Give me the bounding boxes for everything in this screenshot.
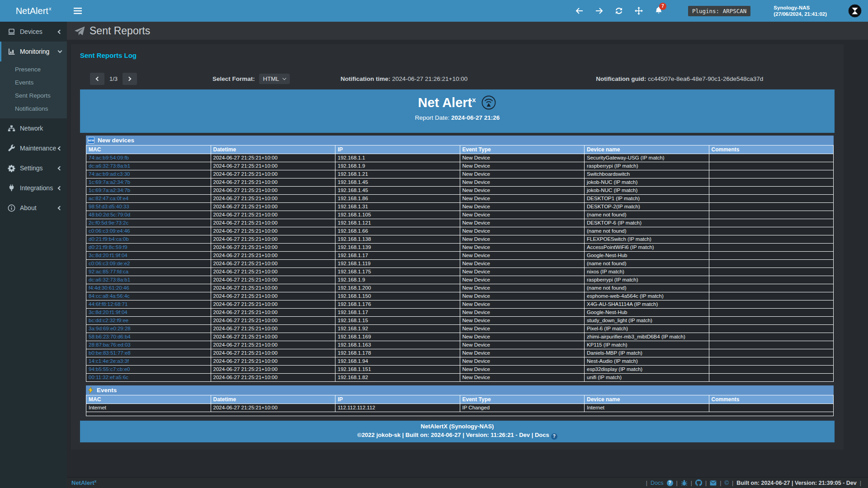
table-cell[interactable]: c0:06:c3:09:e4:46 — [86, 227, 211, 235]
mac-address-link[interactable]: dc:a6:32:73:8a:b1 — [89, 277, 130, 282]
table-cell[interactable]: f4:4d:30:61:20:46 — [86, 284, 211, 292]
mac-address-link[interactable]: 2c:f0:5d:9e:73:2c — [89, 220, 128, 225]
mac-address-link[interactable]: 1c:69:7a:a2:34:7b — [89, 188, 130, 193]
table-cell[interactable]: 44:6f:f8:12:68:71 — [86, 300, 211, 309]
mac-address-link[interactable]: ac:82:47:ca:0f:e4 — [89, 196, 128, 201]
table-cell[interactable]: 58:b6:23:70:d6:b4 — [86, 333, 211, 341]
mac-address-link[interactable]: 3a:9d:69:e0:29:28 — [89, 326, 131, 331]
table-cell[interactable]: ac:82:47:ca:0f:e4 — [86, 195, 211, 203]
mac-address-link[interactable]: 44:6f:f8:12:68:71 — [89, 301, 127, 307]
table-cell[interactable]: 3a:9d:69:e0:29:28 — [86, 325, 211, 333]
copyright-icon[interactable]: © — [725, 479, 729, 486]
refresh-button[interactable] — [615, 7, 623, 14]
table-cell: 2024-06-27 21:25:21+10:00 — [211, 219, 335, 227]
sidebar-item-maintenance[interactable]: Maintenance — [0, 138, 67, 158]
table-cell[interactable]: d0:21:f9:8c:59:f9 — [86, 244, 211, 252]
mac-address-link[interactable]: d0:21:f9:8c:59:f9 — [89, 244, 127, 250]
sidebar-toggle-button[interactable] — [67, 0, 89, 22]
question-circle-icon[interactable]: ? — [667, 480, 673, 486]
table-cell[interactable]: 74:ac:b9:54:09:fb — [86, 154, 211, 162]
table-cell[interactable]: 98:5f:d3:d5:40:33 — [86, 203, 211, 211]
table-cell[interactable]: b0:be:83:51:77:e8 — [86, 349, 211, 357]
mac-address-link[interactable]: c0:06:c3:09:de:e2 — [89, 261, 130, 266]
bug-report-link[interactable] — [681, 479, 688, 486]
github-link[interactable] — [695, 479, 702, 486]
sidebar-item-sent-reports[interactable]: Sent Reports — [0, 89, 67, 102]
mac-address-link[interactable]: 28:87:ba:76:ed:03 — [89, 342, 131, 347]
docs-link[interactable]: Docs — [651, 480, 663, 486]
mac-address-link[interactable]: b0:be:83:51:77:e8 — [89, 350, 131, 356]
table-cell: 112.112.112.112 — [335, 404, 460, 412]
table-cell[interactable]: 1c:69:7a:a2:34:7b — [86, 178, 211, 187]
table-cell[interactable]: c0:06:c3:09:de:e2 — [86, 260, 211, 268]
table-cell: 2024-06-27 21:25:21+10:00 — [211, 292, 335, 300]
sidebar-item-network[interactable]: Network — [0, 118, 67, 138]
next-page-button[interactable] — [123, 73, 137, 85]
mac-address-link[interactable]: 48:b0:2d:5c:79:0d — [89, 212, 130, 217]
table-cell[interactable]: 74:ac:b9:ad:c3:30 — [86, 170, 211, 178]
table-cell[interactable]: 2c:f0:5d:9e:73:2c — [86, 219, 211, 227]
mac-address-link[interactable]: 1c:69:7a:a2:34:7b — [89, 179, 130, 185]
plugins-status-badge[interactable]: Plugins: ARPSCAN — [688, 6, 750, 16]
table-cell[interactable]: 3c:8d:20:f1:9f:04 — [86, 252, 211, 260]
chevron-left-icon — [58, 166, 62, 170]
table-gap — [86, 382, 834, 385]
mac-address-link[interactable]: 3c:8d:20:f1:9f:04 — [89, 310, 127, 315]
mac-address-link[interactable]: 58:b6:23:70:d6:b4 — [89, 334, 131, 339]
app-logo[interactable]: NetAlertx — [0, 0, 67, 22]
table-cell[interactable]: 3c:8d:20:f1:9f:04 — [86, 309, 211, 317]
mac-address-link[interactable]: f4:4d:30:61:20:46 — [89, 285, 129, 291]
mac-address-link[interactable]: 84:cc:a8:4a:56:4c — [89, 293, 130, 299]
table-cell[interactable]: 00:11:32:ef:a5:6c — [86, 374, 211, 382]
sidebar-item-events[interactable]: Events — [0, 76, 67, 89]
mac-address-link[interactable]: bc:dd:c2:32:f9:ee — [89, 318, 128, 323]
table-cell[interactable]: 92:ac:85:77:fd:ca — [86, 268, 211, 276]
mac-address-link[interactable]: 3c:8d:20:f1:9f:04 — [89, 253, 127, 258]
table-row: 84:cc:a8:4a:56:4c2024-06-27 21:25:21+10:… — [86, 292, 834, 300]
table-cell[interactable]: 48:b0:2d:5c:79:0d — [86, 211, 211, 219]
notifications-bell-button[interactable]: 7 — [655, 6, 662, 16]
mac-address-link[interactable]: 74:ac:b9:ad:c3:30 — [89, 171, 130, 177]
format-select[interactable]: HTML — [259, 74, 290, 84]
mac-address-link[interactable]: 94:b5:55:c7:cb:e0 — [89, 366, 130, 372]
footer-links: | Docs ? | | | — [646, 479, 861, 486]
sidebar-item-integrations[interactable]: Integrations — [0, 178, 67, 198]
sidebar-item-settings[interactable]: Settings — [0, 158, 67, 178]
mac-address-link[interactable]: c0:06:c3:09:e4:46 — [89, 228, 130, 234]
forward-button[interactable] — [595, 8, 603, 14]
table-cell[interactable]: 28:87:ba:76:ed:03 — [86, 341, 211, 349]
email-link[interactable] — [710, 480, 717, 486]
report-controls: 1/3 Select Format: HTML Notification tim… — [80, 73, 835, 85]
fullscreen-move-button[interactable] — [635, 7, 643, 15]
footer-brand-link[interactable]: NetAlertx — [71, 479, 97, 486]
table-cell[interactable]: dc:a6:32:73:8a:b1 — [86, 162, 211, 170]
sidebar-item-devices[interactable]: Devices — [0, 22, 67, 42]
table-cell[interactable]: bc:dd:c2:32:f9:ee — [86, 317, 211, 325]
mac-address-link[interactable]: 14:c1:4e:2e:a3:3f — [89, 358, 129, 364]
sidebar-item-presence[interactable]: Presence — [0, 63, 67, 76]
mac-address-link[interactable]: 00:11:32:ef:a5:6c — [89, 375, 128, 380]
table-cell[interactable]: 84:cc:a8:4a:56:4c — [86, 292, 211, 300]
sidebar-item-monitoring[interactable]: Monitoring — [0, 42, 67, 61]
table-cell[interactable]: dc:a6:32:73:8a:b1 — [86, 276, 211, 284]
user-avatar[interactable] — [848, 4, 862, 18]
mac-address-link[interactable]: dc:a6:32:73:8a:b1 — [89, 163, 130, 169]
question-circle-icon[interactable]: ? — [551, 433, 557, 440]
table-cell[interactable]: 14:c1:4e:2e:a3:3f — [86, 357, 211, 366]
mac-address-link[interactable]: d0:21:f9:b4:ca:0b — [89, 236, 129, 242]
table-cell: 2024-06-27 21:25:21+10:00 — [211, 374, 335, 382]
previous-page-button[interactable] — [90, 73, 104, 85]
mac-address-link[interactable]: 92:ac:85:77:fd:ca — [89, 269, 128, 274]
table-cell: SecurityGateway-USG (IP match) — [585, 154, 709, 162]
mac-address-link[interactable]: 74:ac:b9:54:09:fb — [89, 155, 129, 160]
report-docs-link[interactable]: Docs — [535, 432, 549, 438]
mac-address-link[interactable]: 98:5f:d3:d5:40:33 — [89, 204, 129, 209]
back-button[interactable] — [576, 8, 583, 14]
sidebar-item-notifications[interactable]: Notifications — [0, 102, 67, 115]
table-cell[interactable]: 1c:69:7a:a2:34:7b — [86, 187, 211, 195]
table-cell[interactable]: 94:b5:55:c7:cb:e0 — [86, 366, 211, 374]
table-cell[interactable]: d0:21:f9:b4:ca:0b — [86, 235, 211, 244]
table-cell: 192.168.1.151 — [335, 366, 460, 374]
sidebar-item-about[interactable]: About — [0, 198, 67, 218]
table-cell: 2024-06-27 21:25:21+10:00 — [211, 170, 335, 178]
